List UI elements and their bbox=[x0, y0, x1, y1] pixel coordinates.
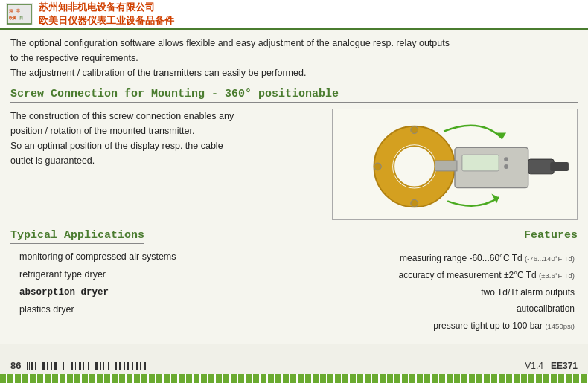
features-title: Features bbox=[524, 229, 578, 243]
applications-title: Typical Applications bbox=[10, 229, 144, 244]
intro-text: The optional configuration software allo… bbox=[10, 36, 578, 80]
svg-point-21 bbox=[374, 163, 381, 170]
svg-text:日: 日 bbox=[19, 16, 23, 20]
apps-features-section: Typical Applications monitoring of compr… bbox=[10, 229, 578, 335]
header: 知 非 欧美 日 苏州知非机电设备有限公司 欧美日仪器仪表工业设备品备件 bbox=[0, 0, 588, 30]
company-logo: 知 非 欧美 日 bbox=[6, 3, 33, 25]
svg-rect-0 bbox=[6, 3, 33, 25]
intro-line2: to the respective requirements. bbox=[10, 51, 578, 65]
footer: 86 bbox=[0, 360, 588, 371]
list-item: plastics dryer bbox=[19, 301, 294, 319]
company-line2: 欧美日仪器仪表工业设备品备件 bbox=[39, 14, 174, 28]
features-list: measuring range -60...60°C Td (-76...140… bbox=[294, 250, 578, 335]
svg-rect-16 bbox=[435, 161, 457, 171]
svg-rect-14 bbox=[528, 159, 555, 174]
svg-text:欧美: 欧美 bbox=[9, 16, 17, 20]
list-item: monitoring of compressed air systems bbox=[19, 248, 294, 266]
screw-line1: The construction of this screw connectio… bbox=[10, 109, 325, 123]
product-image bbox=[332, 109, 578, 220]
screw-description: The construction of this screw connectio… bbox=[10, 109, 325, 220]
features-column: Features measuring range -60...60°C Td (… bbox=[294, 229, 578, 335]
screw-section: The construction of this screw connectio… bbox=[10, 109, 578, 220]
list-item: two Td/Tf alarm outputs bbox=[294, 284, 575, 301]
svg-point-8 bbox=[392, 144, 436, 188]
svg-point-19 bbox=[411, 126, 418, 134]
svg-point-12 bbox=[504, 157, 508, 161]
svg-text:非: 非 bbox=[16, 8, 20, 13]
svg-point-20 bbox=[411, 199, 418, 207]
screw-line3: So an optimal position of the display re… bbox=[10, 138, 325, 153]
list-item: absorption dryer bbox=[19, 284, 294, 302]
list-item: autocalibration bbox=[294, 300, 575, 318]
barcode bbox=[27, 361, 519, 370]
screw-line2: position / rotation of the mounted trans… bbox=[10, 123, 325, 138]
svg-point-13 bbox=[504, 164, 508, 169]
page-number: 86 bbox=[10, 360, 21, 371]
svg-text:知: 知 bbox=[8, 8, 13, 13]
applications-column: Typical Applications monitoring of compr… bbox=[10, 229, 294, 335]
main-content: The optional configuration software allo… bbox=[0, 30, 588, 344]
svg-rect-11 bbox=[462, 155, 499, 171]
intro-line1: The optional configuration software allo… bbox=[10, 36, 578, 51]
svg-rect-15 bbox=[550, 162, 569, 171]
intro-line3: The adjustment / calibration of the tran… bbox=[10, 65, 578, 80]
company-line1: 苏州知非机电设备有限公司 bbox=[39, 1, 174, 14]
applications-list: monitoring of compressed air systems ref… bbox=[10, 248, 294, 319]
list-item: refrigerant type dryer bbox=[19, 266, 294, 284]
screw-section-title: Screw Connection for Mounting - 360° pos… bbox=[10, 88, 578, 103]
list-item: pressure tight up to 100 bar (1450psi) bbox=[294, 318, 575, 335]
list-item: accuracy of measurement ±2°C Td (±3.6°F … bbox=[294, 267, 575, 284]
list-item: measuring range -60...60°C Td (-76...140… bbox=[294, 250, 575, 267]
version-model: V1.4 EE371 bbox=[525, 361, 578, 371]
footer-decorative-bar bbox=[0, 374, 588, 383]
screw-line4: outlet is guaranteed. bbox=[10, 153, 325, 168]
company-name: 苏州知非机电设备有限公司 欧美日仪器仪表工业设备品备件 bbox=[39, 1, 174, 28]
